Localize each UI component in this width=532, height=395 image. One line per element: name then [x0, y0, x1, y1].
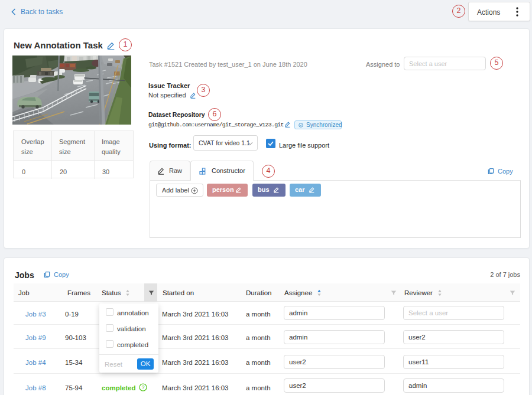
svg-text:?: ?	[142, 384, 145, 390]
